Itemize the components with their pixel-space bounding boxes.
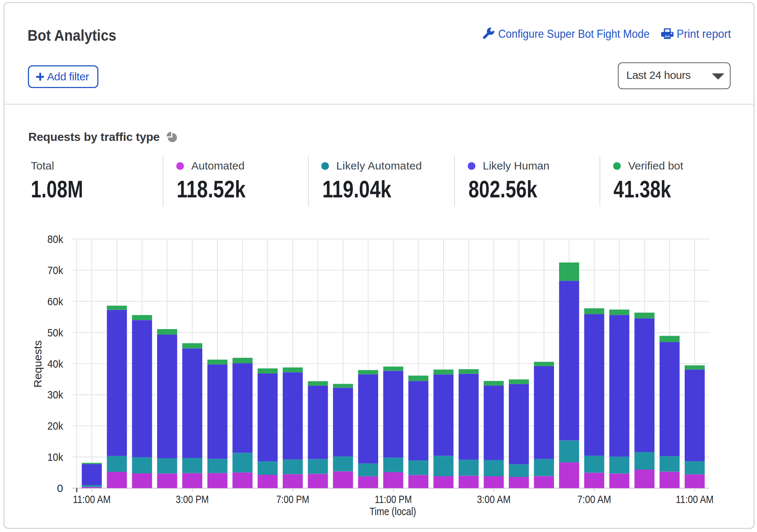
svg-text:3:00 PM: 3:00 PM [176,493,209,505]
svg-text:0: 0 [57,482,63,494]
svg-text:50k: 50k [47,327,64,339]
svg-text:7:00 PM: 7:00 PM [276,493,309,505]
svg-text:70k: 70k [47,264,64,276]
svg-text:Requests: Requests [32,340,44,388]
svg-text:20k: 20k [47,420,64,432]
svg-text:11:00 AM: 11:00 AM [73,493,111,505]
svg-text:Time (local): Time (local) [370,505,416,517]
svg-text:80k: 80k [47,233,64,245]
svg-text:10k: 10k [47,451,64,463]
svg-text:11:00 AM: 11:00 AM [676,493,714,505]
svg-text:40k: 40k [47,358,64,370]
svg-text:3:00 AM: 3:00 AM [477,493,511,505]
svg-text:7:00 AM: 7:00 AM [577,493,611,505]
svg-text:11:00 PM: 11:00 PM [375,493,412,505]
svg-text:60k: 60k [47,295,64,307]
svg-text:30k: 30k [47,389,64,401]
